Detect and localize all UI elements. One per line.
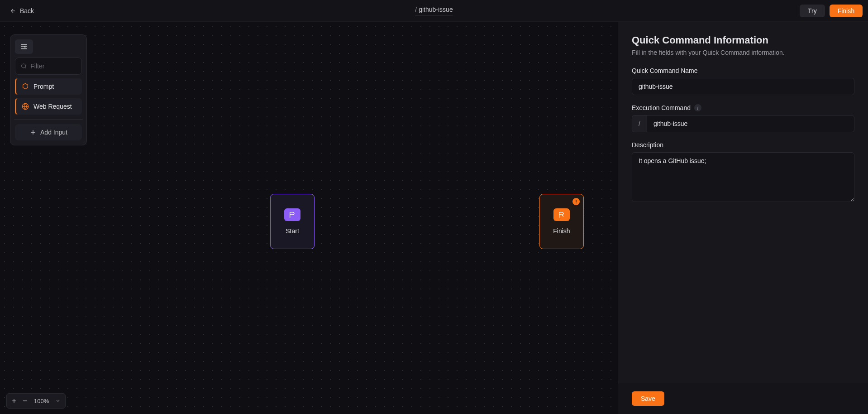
finish-node-icon-box bbox=[553, 208, 570, 221]
top-actions: Try Finish bbox=[800, 5, 863, 17]
hexagon-icon bbox=[22, 83, 29, 90]
sidebar-item-web-request[interactable]: Web Request bbox=[15, 98, 82, 115]
start-node-icon-box bbox=[284, 208, 300, 221]
filter-box[interactable] bbox=[15, 58, 82, 75]
zoom-in-button[interactable] bbox=[9, 395, 19, 406]
finish-node-label: Finish bbox=[553, 227, 570, 235]
sidebar-item-label: Web Request bbox=[33, 103, 72, 110]
form-group-execution: Execution Command i / bbox=[632, 104, 854, 132]
execution-input[interactable] bbox=[647, 115, 854, 132]
sidebar-content: Quick Command Information Fill in the fi… bbox=[618, 22, 868, 383]
top-bar: Back / github-issue Try Finish bbox=[0, 0, 868, 22]
warning-badge: ! bbox=[572, 198, 580, 205]
execution-input-group: / bbox=[632, 115, 854, 132]
plus-icon bbox=[29, 129, 37, 136]
sidebar-item-prompt[interactable]: Prompt bbox=[15, 78, 82, 95]
description-textarea[interactable] bbox=[632, 152, 854, 202]
plus-icon bbox=[11, 398, 17, 404]
sidebar-title: Quick Command Information bbox=[632, 34, 854, 46]
add-input-button[interactable]: Add Input bbox=[15, 124, 82, 140]
start-node[interactable]: Start bbox=[270, 194, 315, 249]
description-label: Description bbox=[632, 141, 854, 149]
start-node-label: Start bbox=[286, 227, 299, 235]
filter-input[interactable] bbox=[30, 63, 76, 70]
zoom-out-button[interactable] bbox=[19, 395, 30, 406]
info-icon[interactable]: i bbox=[694, 104, 701, 111]
zoom-controls: 100% bbox=[6, 393, 66, 409]
name-input[interactable] bbox=[632, 78, 854, 95]
main-layout: Prompt Web Request Add Input bbox=[0, 22, 868, 414]
minus-icon bbox=[22, 398, 28, 404]
collapse-icon bbox=[20, 43, 28, 50]
globe-icon bbox=[22, 103, 29, 110]
sidebar-item-label: Prompt bbox=[33, 83, 54, 90]
breadcrumb[interactable]: / github-issue bbox=[415, 6, 453, 15]
right-sidebar: Quick Command Information Fill in the fi… bbox=[618, 22, 868, 414]
divider bbox=[14, 119, 83, 120]
breadcrumb-prefix: / bbox=[415, 6, 417, 13]
svg-point-0 bbox=[22, 64, 26, 68]
save-button[interactable]: Save bbox=[632, 391, 664, 406]
flag-icon bbox=[289, 211, 296, 218]
arrow-left-icon bbox=[10, 8, 16, 14]
search-icon bbox=[21, 63, 27, 70]
chevron-down-icon bbox=[55, 398, 61, 404]
form-group-description: Description bbox=[632, 141, 854, 204]
panel-toggle-button[interactable] bbox=[15, 39, 33, 54]
execution-label: Execution Command i bbox=[632, 104, 854, 111]
finish-button[interactable]: Finish bbox=[830, 5, 863, 17]
breadcrumb-name: github-issue bbox=[419, 6, 453, 13]
try-button[interactable]: Try bbox=[800, 5, 825, 17]
zoom-dropdown-button[interactable] bbox=[52, 395, 63, 406]
form-group-name: Quick Command Name bbox=[632, 67, 854, 95]
finish-flag-icon bbox=[558, 211, 565, 218]
back-button[interactable]: Back bbox=[5, 5, 38, 17]
name-label: Quick Command Name bbox=[632, 67, 854, 74]
canvas-area[interactable]: Prompt Web Request Add Input bbox=[0, 22, 618, 414]
sidebar-footer: Save bbox=[618, 383, 868, 414]
back-label: Back bbox=[20, 7, 34, 14]
zoom-level: 100% bbox=[30, 398, 52, 404]
sidebar-subtitle: Fill in the fields with your Quick Comma… bbox=[632, 49, 854, 56]
finish-node[interactable]: ! Finish bbox=[539, 194, 584, 249]
add-input-label: Add Input bbox=[40, 129, 67, 136]
side-panel: Prompt Web Request Add Input bbox=[10, 34, 87, 145]
execution-prefix: / bbox=[632, 115, 647, 132]
